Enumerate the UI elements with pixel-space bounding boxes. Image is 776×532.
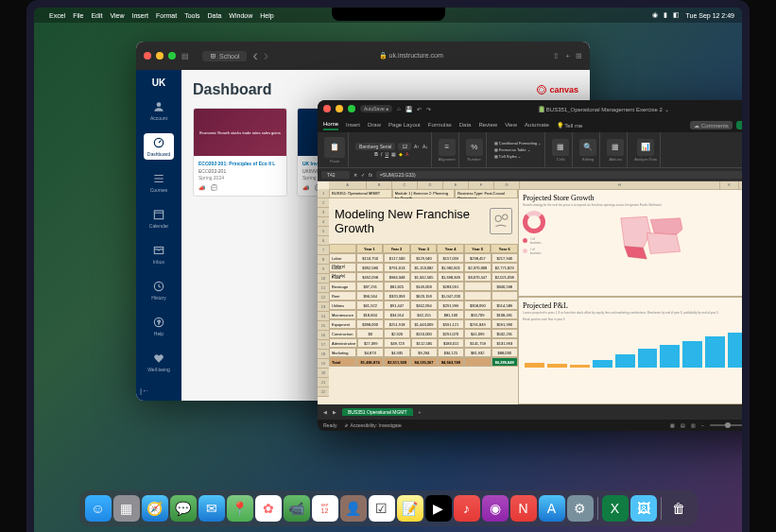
formula-input[interactable]: =SUM(G23:G33) xyxy=(376,171,742,179)
cancel-icon[interactable]: ✕ xyxy=(354,172,357,178)
increase-font-icon[interactable]: A↑ xyxy=(414,144,420,149)
addins-button[interactable]: ▦ xyxy=(607,139,624,156)
tab-home[interactable]: Home xyxy=(323,119,338,130)
minimize-button[interactable] xyxy=(336,105,343,112)
tellme-search[interactable]: 💡 Tell me xyxy=(557,122,583,129)
tab-formulas[interactable]: Formulas xyxy=(428,120,452,129)
underline-button[interactable]: U xyxy=(385,151,388,157)
dock-notes[interactable]: 📝 xyxy=(397,495,423,522)
dock-safari[interactable]: 🧭 xyxy=(142,495,168,522)
menu-window[interactable]: Window xyxy=(229,12,252,19)
sidebar-inbox[interactable]: Inbox xyxy=(144,241,174,267)
sidebar-dashboard[interactable]: Dashboard xyxy=(144,133,174,160)
dock-preview[interactable]: 🖼 xyxy=(630,495,657,522)
battery-icon[interactable]: ▮ xyxy=(664,11,667,19)
app-name[interactable]: Excel xyxy=(49,12,65,19)
menu-view[interactable]: View xyxy=(110,12,124,19)
chart-store-growth[interactable]: Projected Store Growth Growth strategy f… xyxy=(518,189,742,297)
next-sheet-icon[interactable]: ▶ xyxy=(333,409,336,415)
menu-tools[interactable]: Tools xyxy=(184,12,199,19)
share-button[interactable]: ☁ Share ⌄ xyxy=(736,121,742,129)
dock-appstore[interactable]: A xyxy=(539,495,565,522)
zoom-slider[interactable] xyxy=(710,424,742,426)
menu-file[interactable]: File xyxy=(73,12,83,19)
dock-podcasts[interactable]: ◉ xyxy=(482,495,509,522)
dock-music[interactable]: ♪ xyxy=(454,495,480,522)
course-card[interactable]: Economic Growth stocks trade rates sales… xyxy=(193,108,287,197)
close-button[interactable] xyxy=(144,52,151,60)
fill-color-button[interactable]: ◆ xyxy=(399,151,403,157)
fx-icon[interactable]: fx xyxy=(369,172,372,178)
dock-messages[interactable]: 💬 xyxy=(170,495,197,522)
url-bar[interactable]: 🔒 uk.instructure.com xyxy=(274,52,547,60)
bold-button[interactable]: B xyxy=(374,151,378,157)
home-icon[interactable]: ⌂ xyxy=(397,106,401,112)
close-button[interactable] xyxy=(323,105,331,112)
minimize-button[interactable] xyxy=(156,52,164,60)
enter-icon[interactable]: ✓ xyxy=(361,172,365,178)
announcements-icon[interactable]: 📣 xyxy=(198,184,205,191)
spreadsheet[interactable]: ABCDEFGHKLM 1234567891011121314151617181… xyxy=(318,181,742,404)
browser-tab[interactable]: ⛨ School xyxy=(202,51,247,61)
control-center-icon[interactable]: ◧ xyxy=(673,11,680,19)
sidebar-help[interactable]: ?Help xyxy=(144,313,174,339)
view-page-icon[interactable]: ▤ xyxy=(681,422,685,428)
title-cell[interactable]: BUS351: Operational MGMT xyxy=(329,189,392,198)
chart-pl[interactable]: Projected P&L Losses projected in years … xyxy=(518,297,742,404)
view-normal-icon[interactable]: ▦ xyxy=(670,422,675,428)
tab-draw[interactable]: Draw xyxy=(368,120,381,129)
font-color-button[interactable]: A xyxy=(405,151,408,157)
dock-facetime[interactable]: 📹 xyxy=(284,495,310,522)
dock-tv[interactable]: ▶ xyxy=(425,495,452,522)
dock-photos[interactable]: ✿ xyxy=(255,495,282,522)
title-cell[interactable]: Module 1 | Exercise 2: Planning for Grow… xyxy=(392,189,456,198)
status-accessibility[interactable]: ⛯ Accessibility: Investigate xyxy=(344,422,401,428)
sidebar-account[interactable]: Account xyxy=(144,97,174,124)
name-box[interactable]: T42 xyxy=(321,171,350,179)
cells-button[interactable]: ▦ xyxy=(552,139,569,156)
font-select[interactable]: Bamberg Serial xyxy=(355,143,395,150)
alignment-button[interactable]: ≡ xyxy=(439,139,456,156)
dock-contacts[interactable]: 👤 xyxy=(340,495,367,522)
dock-mail[interactable]: ✉ xyxy=(198,495,225,522)
new-tab-icon[interactable]: + xyxy=(565,52,570,60)
tab-review[interactable]: Review xyxy=(478,120,497,129)
sidebar-collapse-icon[interactable]: |← xyxy=(140,386,149,395)
announcements-icon[interactable]: 📣 xyxy=(302,184,309,191)
analyze-button[interactable]: 📊 xyxy=(637,139,654,156)
format-table-button[interactable]: ▦ Format as Table ⌄ xyxy=(494,147,530,152)
forward-icon[interactable]: › xyxy=(264,47,268,64)
datetime[interactable]: Tue Sep 12 2:49 xyxy=(685,12,734,19)
sidebar-wellbeing[interactable]: Well-being xyxy=(144,349,174,375)
share-icon[interactable]: ⇧ xyxy=(553,52,560,60)
dock-news[interactable]: N xyxy=(510,495,537,522)
undo-icon[interactable]: ↶ xyxy=(417,106,422,112)
dock-finder[interactable]: ☺ xyxy=(85,495,112,522)
tab-data[interactable]: Data xyxy=(459,120,472,129)
wifi-icon[interactable]: ◉ xyxy=(652,11,658,19)
tab-view[interactable]: View xyxy=(505,120,517,129)
menu-format[interactable]: Format xyxy=(156,12,177,19)
number-format-button[interactable]: % xyxy=(466,139,483,156)
dock-launchpad[interactable]: ▦ xyxy=(113,495,140,522)
maximize-button[interactable] xyxy=(348,105,355,112)
zoom-out-icon[interactable]: − xyxy=(701,422,704,428)
cell-styles-button[interactable]: ▦ Cell Styles ⌄ xyxy=(494,154,521,159)
uk-logo[interactable]: UK xyxy=(152,77,165,88)
tab-page-layout[interactable]: Page Layout xyxy=(388,120,421,129)
sheet-heading[interactable]: Modeling New Franchise Growth xyxy=(329,198,518,244)
redo-icon[interactable]: ↷ xyxy=(426,106,431,112)
dock-excel[interactable]: X xyxy=(602,495,629,522)
conditional-formatting-button[interactable]: ▦ Conditional Formatting ⌄ xyxy=(494,141,542,146)
discussions-icon[interactable]: 💬 xyxy=(211,184,217,191)
tab-automate[interactable]: Automate xyxy=(525,120,549,129)
dock-reminders[interactable]: ☑ xyxy=(369,495,395,522)
dock-settings[interactable]: ⚙ xyxy=(567,495,594,522)
back-icon[interactable]: ‹ xyxy=(252,47,257,64)
menu-insert[interactable]: Insert xyxy=(132,12,149,19)
sheet-tab[interactable]: BUS351 Operational MGMT xyxy=(342,408,413,416)
save-icon[interactable]: 💾 xyxy=(405,106,412,112)
decrease-font-icon[interactable]: A↓ xyxy=(422,144,428,149)
border-button[interactable]: ▦ xyxy=(391,151,396,157)
maximize-button[interactable] xyxy=(168,52,176,60)
